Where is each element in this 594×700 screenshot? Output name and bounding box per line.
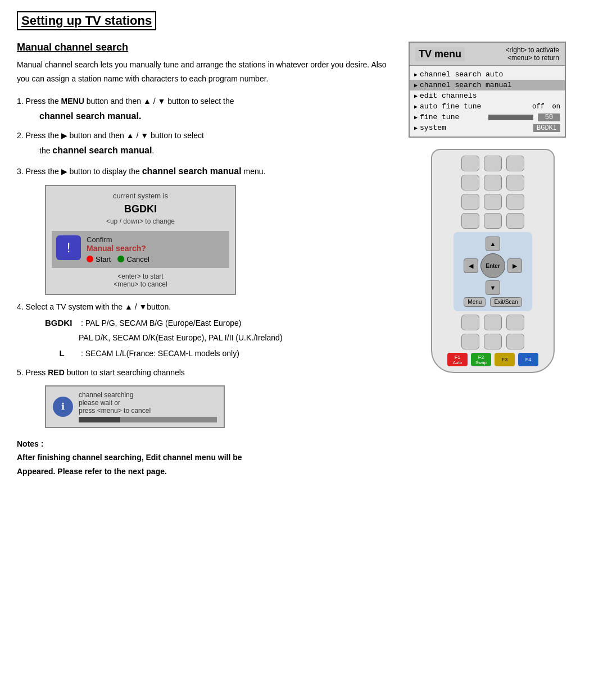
dpad-middle-row: ◀ Enter ▶ <box>464 253 522 278</box>
remote-btn[interactable] <box>461 194 479 210</box>
search-line2: please wait or <box>79 399 217 407</box>
bgdki-text2: PAL D/K, SECAM D/K(East Europe), PAL I/I… <box>79 333 283 342</box>
dpad-up-row: ▲ <box>486 237 500 251</box>
tv-menu-title: TV menu <box>415 47 465 61</box>
tv-menu-item-system: ▶ system BGDKI <box>410 122 565 133</box>
search-line1: channel searching <box>79 391 217 399</box>
step-2-indent: the channel search manual. <box>39 143 397 158</box>
tv-menu-hint: <right> to activate <menu> to return <box>506 46 559 62</box>
step-3-text: 3. Press the ▶ button to display the cha… <box>17 167 265 176</box>
remote-btn[interactable] <box>484 334 502 349</box>
remote-btn[interactable] <box>461 334 479 349</box>
menu-arrow-icon: ▶ <box>414 71 418 78</box>
dialog-confirm-area: ! Confirm Manual search? Start Cancel <box>52 231 229 268</box>
remote-btn[interactable] <box>484 194 502 210</box>
f2-label: F2 <box>478 354 484 360</box>
menu-arrow-icon: ▶ <box>414 93 418 99</box>
menu-exit-row: Menu Exit/Scan <box>464 297 522 307</box>
remote-btn[interactable] <box>506 194 524 210</box>
remote-btn[interactable] <box>484 156 502 171</box>
color-button-row: F1 Auto F2 Swap F3 F4 <box>447 353 538 366</box>
dialog-footer: <enter> to start <menu> to cancel <box>52 272 229 288</box>
remote-top-row-1 <box>461 156 524 171</box>
dpad-enter-button[interactable]: Enter <box>480 253 505 278</box>
confirm-start: Start <box>87 255 111 263</box>
dpad-section: ▲ ◀ Enter ▶ ▼ Menu Exit/Scan <box>454 232 532 311</box>
remote-btn[interactable] <box>484 175 502 190</box>
remote-btn[interactable] <box>461 213 479 229</box>
step-1-indent: channel search manual. <box>39 108 397 124</box>
system-dialog: current system is BGDKI <up / down> to c… <box>45 185 236 295</box>
search-text-area: channel searching please wait or press <… <box>79 391 217 422</box>
menu-item-label: auto fine tune <box>420 102 530 111</box>
menu-item-label: system <box>420 124 531 132</box>
f1-auto-button[interactable]: F1 Auto <box>447 353 468 366</box>
exit-scan-button[interactable]: Exit/Scan <box>490 297 522 307</box>
search-line3: press <menu> to cancel <box>79 407 217 415</box>
menu-item-value-box: 50 <box>538 113 560 121</box>
step-4-l: L : SECAM L/L(France: SECAM-L models onl… <box>45 346 397 361</box>
menu-item-value-off: off <box>532 103 545 111</box>
step-5: 5. Press RED button to start searching c… <box>17 366 397 380</box>
search-progress-bar <box>79 417 217 422</box>
l-label: L <box>45 346 79 361</box>
menu-arrow-icon: ▶ <box>414 103 418 110</box>
cancel-label: Cancel <box>126 255 149 263</box>
dpad-left-button[interactable]: ◀ <box>464 258 478 273</box>
menu-item-value-on: on <box>552 103 560 111</box>
remote-btn[interactable] <box>484 315 502 330</box>
step-4-bgdki: BGDKI : PAL P/G, SECAM B/G (Europe/East … <box>45 316 397 330</box>
remote-btn[interactable] <box>506 315 524 330</box>
remote-btn[interactable] <box>484 213 502 229</box>
search-info-icon: ℹ <box>53 397 73 417</box>
tv-menu-hint-line1: <right> to activate <box>506 46 559 54</box>
tv-menu-items: ▶ channel search auto ▶ channel search m… <box>410 66 565 137</box>
step-4-header: 4. Select a TV system with the ▲ / ▼butt… <box>17 301 397 314</box>
remote-btn[interactable] <box>461 156 479 171</box>
confirm-cancel: Cancel <box>117 255 149 263</box>
remote-btn[interactable] <box>506 175 524 190</box>
red-dot-icon <box>87 256 93 262</box>
step-1-text: button and then ▲ / ▼ button to select t… <box>84 97 234 106</box>
remote-lower-row-1 <box>461 315 524 330</box>
remote-lower-row-2 <box>461 334 524 349</box>
remote-btn[interactable] <box>461 315 479 330</box>
section-body: Manual channel search lets you manually … <box>17 58 397 86</box>
f2-swap-button[interactable]: F2 Swap <box>471 353 491 366</box>
f1-label: F1 <box>455 354 461 360</box>
f4-button[interactable]: F4 <box>518 353 538 366</box>
bgdki-label: BGDKI <box>45 316 79 330</box>
dpad-right-button[interactable]: ▶ <box>507 258 522 273</box>
dialog-text-area: Confirm Manual search? Start Cancel <box>87 235 225 263</box>
confirm-title: Confirm <box>87 235 225 244</box>
tv-menu-item-channel-manual: ▶ channel search manual <box>410 80 565 90</box>
searching-dialog: ℹ channel searching please wait or press… <box>45 385 225 428</box>
menu-arrow-icon: ▶ <box>414 114 418 121</box>
page-title: Setting up TV stations <box>17 11 156 30</box>
search-progress-fill <box>79 417 120 422</box>
menu-button[interactable]: Menu <box>464 297 486 307</box>
tv-menu-header: TV menu <right> to activate <menu> to re… <box>410 43 565 66</box>
remote-top-row-4 <box>461 213 524 229</box>
step-1: 1. Press the MENU button and then ▲ / ▼ … <box>17 95 397 124</box>
menu-item-label: fine tune <box>420 113 486 121</box>
remote-btn[interactable] <box>461 175 479 190</box>
dpad-up-button[interactable]: ▲ <box>486 237 500 251</box>
dpad-down-button[interactable]: ▼ <box>486 280 500 295</box>
step-3: 3. Press the ▶ button to display the cha… <box>17 163 397 179</box>
remote-btn[interactable] <box>506 156 524 171</box>
bgdki-text1: : PAL P/G, SECAM B/G (Europe/East Europe… <box>81 319 242 328</box>
remote-btn[interactable] <box>506 334 524 349</box>
green-dot-icon <box>117 256 124 262</box>
l-text: : SECAM L/L(France: SECAM-L models only) <box>81 349 239 358</box>
f4-label: F4 <box>525 357 532 362</box>
remote-btn[interactable] <box>506 213 524 229</box>
step-2-text: 2. Press the ▶ button and then ▲ / ▼ but… <box>17 131 204 140</box>
tv-menu-hint-line2: <menu> to return <box>506 54 559 62</box>
f3-button[interactable]: F3 <box>495 353 515 366</box>
step-4-bgdki-2: PAL D/K, SECAM D/K(East Europe), PAL I/I… <box>79 331 397 345</box>
dialog-footer-line2: <menu> to cancel <box>52 280 229 288</box>
step-5-text: 5. Press RED button to start searching c… <box>17 368 185 377</box>
step-4: 4. Select a TV system with the ▲ / ▼butt… <box>17 301 397 361</box>
right-column: TV menu <right> to activate <menu> to re… <box>409 42 577 479</box>
